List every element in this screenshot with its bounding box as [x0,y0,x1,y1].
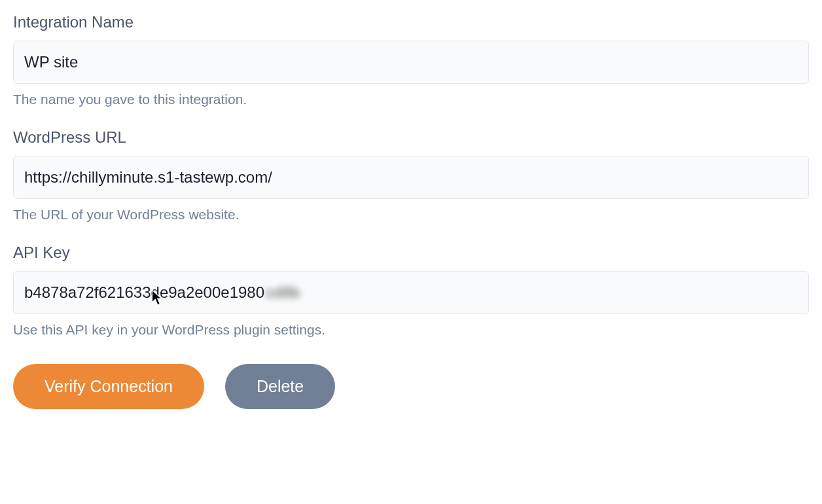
wordpress-url-group: WordPress URL The URL of your WordPress … [13,128,809,223]
wordpress-url-help: The URL of your WordPress website. [13,207,809,223]
api-key-input[interactable]: b4878a72f621633de9a2e00e1980 cd8b [13,271,809,314]
api-key-visible-text: b4878a72f621633de9a2e00e1980 [24,283,264,302]
api-key-group: API Key b4878a72f621633de9a2e00e1980 cd8… [13,243,809,338]
api-key-help: Use this API key in your WordPress plugi… [13,322,809,338]
integration-name-input[interactable] [13,41,809,84]
integration-name-help: The name you gave to this integration. [13,92,809,107]
wordpress-url-label: WordPress URL [13,128,809,147]
api-key-blurred-text: cd8b [266,283,300,302]
verify-connection-button[interactable]: Verify Connection [13,364,204,409]
wordpress-url-input[interactable] [13,156,809,199]
integration-name-group: Integration Name The name you gave to th… [13,13,809,107]
delete-button[interactable]: Delete [225,364,335,409]
integration-name-label: Integration Name [13,13,809,31]
button-row: Verify Connection Delete [13,364,809,409]
api-key-label: API Key [13,243,809,262]
